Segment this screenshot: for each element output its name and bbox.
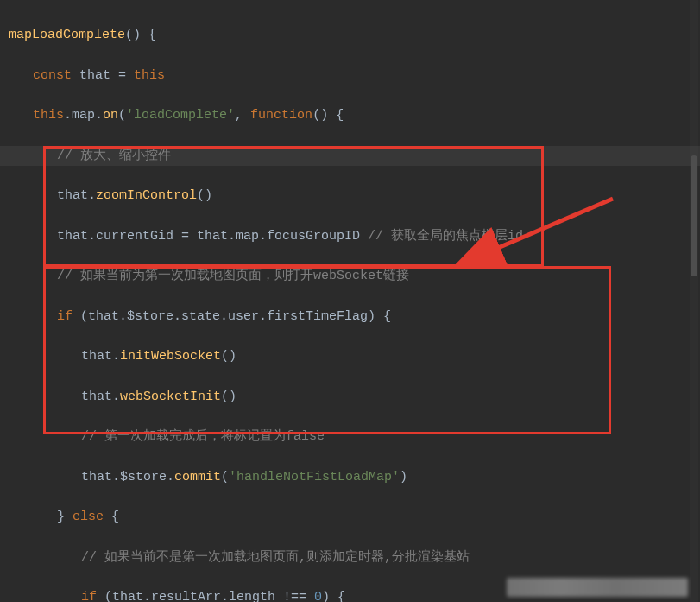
code-line: if (that.$store.state.user.firstTimeFlag…	[9, 307, 700, 326]
code-editor[interactable]: mapLoadComplete() { const that = this th…	[0, 0, 700, 602]
watermark-blur	[507, 578, 688, 597]
code-line: that.zoomInControl()	[9, 186, 700, 206]
code-line: this.map.on('loadComplete', function() {	[9, 105, 700, 125]
code-line: that.webSocketInit()	[9, 387, 700, 407]
scrollbar[interactable]	[690, 0, 698, 602]
code-line: const that = this	[9, 66, 700, 86]
scrollbar-thumb[interactable]	[691, 155, 697, 276]
code-line: that.currentGid = that.map.focusGroupID …	[9, 226, 700, 246]
code-line: that.initWebSocket()	[9, 346, 700, 366]
code-line: mapLoadComplete() {	[9, 25, 700, 45]
code-line: // 放大、缩小控件	[9, 146, 700, 166]
code-line: } else {	[9, 507, 700, 527]
code-line: // 第一次加载完成后，将标记置为false	[9, 427, 700, 447]
code-line: that.$store.commit('handleNotFistLoadMap…	[9, 467, 700, 487]
code-line: // 如果当前为第一次加载地图页面，则打开webSocket链接	[9, 266, 700, 286]
code-line: // 如果当前不是第一次加载地图页面,则添加定时器,分批渲染基站	[9, 548, 700, 567]
